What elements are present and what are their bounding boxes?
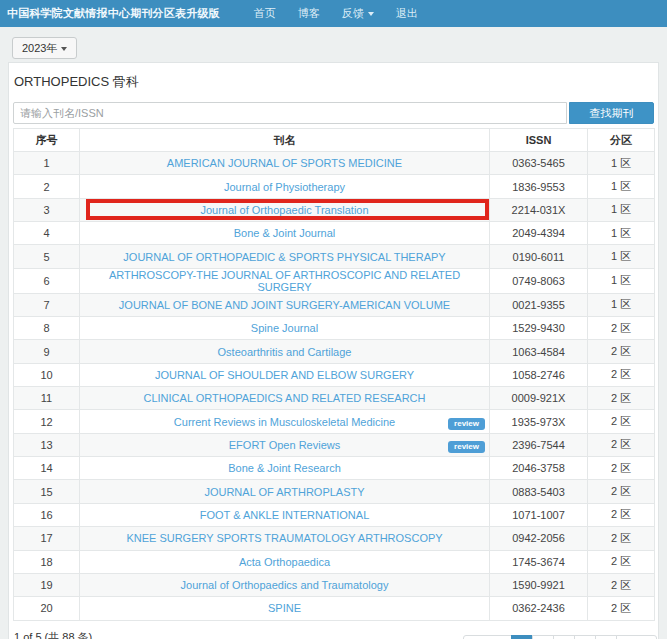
partition-value: 2 区 <box>588 597 655 620</box>
journal-link[interactable]: Bone & Joint Research <box>228 462 341 474</box>
nav-item-feedback-label: 反馈 <box>342 7 364 19</box>
journal-name-cell: JOURNAL OF ARTHROPLASTY <box>80 480 490 503</box>
nav-item-logout[interactable]: 退出 <box>396 6 418 21</box>
year-dropdown-button[interactable]: 2023年 <box>12 37 77 59</box>
col-header-issn: ISSN <box>490 129 588 152</box>
table-row: 17 KNEE SURGERY SPORTS TRAUMATOLOGY ARTH… <box>14 527 655 550</box>
journal-name-cell: JOURNAL OF ORTHOPAEDIC & SPORTS PHYSICAL… <box>80 245 490 268</box>
row-number: 9 <box>14 340 80 363</box>
journal-name-cell: Osteoarthritis and Cartilage <box>80 340 490 363</box>
navbar-menu: 首页 博客 反馈 退出 <box>232 6 418 21</box>
journal-link[interactable]: Acta Orthopaedica <box>239 556 330 568</box>
journal-link[interactable]: JOURNAL OF BONE AND JOINT SURGERY-AMERIC… <box>119 299 450 311</box>
row-number: 10 <box>14 363 80 386</box>
prev-page-button[interactable]: 上页 <box>463 635 512 639</box>
journal-name-cell: Spine Journal <box>80 317 490 340</box>
issn-value: 1529-9430 <box>490 317 588 340</box>
issn-value: 1071-1007 <box>490 503 588 526</box>
page-button-3[interactable]: 3 <box>553 635 575 639</box>
journal-link[interactable]: JOURNAL OF SHOULDER AND ELBOW SURGERY <box>155 369 414 381</box>
search-bar: 查找期刊 <box>13 102 654 124</box>
issn-value: 0190-6011 <box>490 245 588 268</box>
journal-name-cell: KNEE SURGERY SPORTS TRAUMATOLOGY ARTHROS… <box>80 527 490 550</box>
journal-name-cell: SPINE <box>80 597 490 620</box>
table-row: 8 Spine Journal 1529-9430 2 区 <box>14 317 655 340</box>
row-number: 12 <box>14 410 80 433</box>
partition-value: 2 区 <box>588 340 655 363</box>
row-number: 4 <box>14 222 80 245</box>
review-badge: review <box>448 441 485 453</box>
partition-value: 2 区 <box>588 317 655 340</box>
page-button-1[interactable]: 1 <box>511 635 533 639</box>
issn-value: 0749-8063 <box>490 268 588 293</box>
journal-link[interactable]: Osteoarthritis and Cartilage <box>218 346 352 358</box>
page-button-4[interactable]: 4 <box>574 635 596 639</box>
journal-link[interactable]: FOOT & ANKLE INTERNATIONAL <box>200 509 370 521</box>
row-number: 16 <box>14 503 80 526</box>
journal-link[interactable]: CLINICAL ORTHOPAEDICS AND RELATED RESEAR… <box>144 392 426 404</box>
table-row: 7 JOURNAL OF BONE AND JOINT SURGERY-AMER… <box>14 293 655 316</box>
journal-name-cell: FOOT & ANKLE INTERNATIONAL <box>80 503 490 526</box>
table-row: 20 SPINE 0362-2436 2 区 <box>14 597 655 620</box>
top-navbar: 中国科学院文献情报中心期刊分区表升级版 首页 博客 反馈 退出 <box>0 0 667 27</box>
journal-link[interactable]: SPINE <box>268 602 301 614</box>
partition-value: 1 区 <box>588 198 655 221</box>
journal-name-cell: Journal of Orthopaedic Translation <box>80 198 490 221</box>
journal-link[interactable]: JOURNAL OF ARTHROPLASTY <box>204 486 364 498</box>
table-body: 1 AMERICAN JOURNAL OF SPORTS MEDICINE 03… <box>14 152 655 621</box>
journal-name-cell: Bone & Joint Journal <box>80 222 490 245</box>
navbar-brand[interactable]: 中国科学院文献情报中心期刊分区表升级版 <box>7 6 220 21</box>
table-row: 3 Journal of Orthopaedic Translation 221… <box>14 198 655 221</box>
issn-value: 0942-2056 <box>490 527 588 550</box>
journal-name-cell: JOURNAL OF SHOULDER AND ELBOW SURGERY <box>80 363 490 386</box>
year-dropdown-label: 2023年 <box>22 42 57 54</box>
issn-value: 0021-9355 <box>490 293 588 316</box>
page-button-2[interactable]: 2 <box>532 635 554 639</box>
col-header-journal-name: 刊名 <box>80 129 490 152</box>
issn-value: 2214-031X <box>490 198 588 221</box>
search-input[interactable] <box>13 102 567 124</box>
journal-link[interactable]: ARTHROSCOPY-THE JOURNAL OF ARTHROSCOPIC … <box>109 269 460 293</box>
row-number: 8 <box>14 317 80 340</box>
journal-link[interactable]: Journal of Physiotherapy <box>224 181 345 193</box>
partition-value: 2 区 <box>588 573 655 596</box>
table-row: 12 Current Reviews in Musculoskeletal Me… <box>14 410 655 433</box>
issn-value: 0009-921X <box>490 387 588 410</box>
journal-link[interactable]: Journal of Orthopaedic Translation <box>200 204 368 216</box>
caret-down-icon <box>61 47 67 51</box>
journal-name-cell: Acta Orthopaedica <box>80 550 490 573</box>
nav-item-feedback[interactable]: 反馈 <box>342 6 374 21</box>
nav-item-home[interactable]: 首页 <box>254 6 276 21</box>
journal-link[interactable]: Bone & Joint Journal <box>234 227 336 239</box>
table-row: 2 Journal of Physiotherapy 1836-9553 1 区 <box>14 175 655 198</box>
journals-table: 序号 刊名 ISSN 分区 1 AMERICAN JOURNAL OF SPOR… <box>13 128 655 621</box>
nav-item-blog[interactable]: 博客 <box>298 6 320 21</box>
row-number: 17 <box>14 527 80 550</box>
row-number: 11 <box>14 387 80 410</box>
journal-link[interactable]: JOURNAL OF ORTHOPAEDIC & SPORTS PHYSICAL… <box>123 251 445 263</box>
journal-link[interactable]: Journal of Orthopaedics and Traumatology <box>181 579 389 591</box>
table-header-row: 序号 刊名 ISSN 分区 <box>14 129 655 152</box>
journal-link[interactable]: KNEE SURGERY SPORTS TRAUMATOLOGY ARTHROS… <box>126 532 442 544</box>
journal-link[interactable]: Current Reviews in Musculoskeletal Medic… <box>174 416 395 428</box>
journal-link[interactable]: AMERICAN JOURNAL OF SPORTS MEDICINE <box>167 157 402 169</box>
search-button[interactable]: 查找期刊 <box>569 102 654 124</box>
partition-value: 2 区 <box>588 433 655 456</box>
journal-link[interactable]: Spine Journal <box>251 322 318 334</box>
row-number: 1 <box>14 152 80 175</box>
row-number: 19 <box>14 573 80 596</box>
journal-name-cell: Journal of Physiotherapy <box>80 175 490 198</box>
table-row: 16 FOOT & ANKLE INTERNATIONAL 1071-1007 … <box>14 503 655 526</box>
partition-value: 2 区 <box>588 457 655 480</box>
journal-link[interactable]: EFORT Open Reviews <box>229 439 340 451</box>
journal-name-cell: EFORT Open Reviews review <box>80 433 490 456</box>
table-row: 18 Acta Orthopaedica 1745-3674 2 区 <box>14 550 655 573</box>
partition-value: 2 区 <box>588 527 655 550</box>
partition-value: 1 区 <box>588 245 655 268</box>
next-page-button[interactable]: 下页 <box>616 635 657 639</box>
issn-value: 1063-4584 <box>490 340 588 363</box>
table-row: 14 Bone & Joint Research 2046-3758 2 区 <box>14 457 655 480</box>
table-row: 6 ARTHROSCOPY-THE JOURNAL OF ARTHROSCOPI… <box>14 268 655 293</box>
table-row: 10 JOURNAL OF SHOULDER AND ELBOW SURGERY… <box>14 363 655 386</box>
page-button-5[interactable]: 5 <box>595 635 617 639</box>
